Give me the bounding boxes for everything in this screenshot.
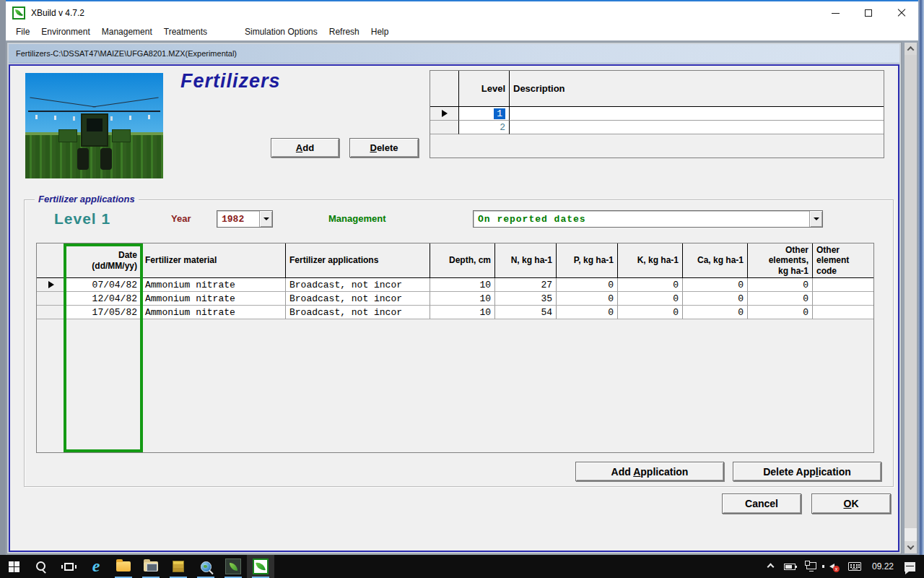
scroll-down-button[interactable] <box>905 541 917 553</box>
child-window-title: Fertilizers-C:\DSSAT47\MAIZE\UFGA8201.MZ… <box>16 49 237 58</box>
column-header-other-elements: Other elements, kg ha-1 <box>748 243 813 278</box>
row-selector-cell[interactable] <box>37 292 66 306</box>
minimize-button[interactable] <box>819 3 852 23</box>
battery-icon[interactable] <box>784 564 796 570</box>
delete-level-button[interactable]: Delete <box>349 138 419 158</box>
application-row-1[interactable]: 07/04/82 Ammonium nitrate Broadcast, not… <box>37 278 873 292</box>
ca-cell[interactable]: 0 <box>683 292 748 306</box>
other-code-cell[interactable] <box>813 306 874 319</box>
current-level-label: Level 1 <box>54 210 110 228</box>
application-cell[interactable]: Broadcast, not incor <box>286 278 430 292</box>
depth-cell[interactable]: 10 <box>430 306 495 319</box>
volume-muted-icon[interactable]: x <box>827 562 837 571</box>
n-cell[interactable]: 54 <box>495 306 557 319</box>
n-cell[interactable]: 27 <box>495 278 557 292</box>
start-button[interactable] <box>0 555 27 578</box>
add-level-button[interactable]: Add <box>271 138 339 158</box>
k-cell[interactable]: 0 <box>618 292 683 306</box>
depth-cell[interactable]: 10 <box>430 292 495 306</box>
material-cell[interactable]: Ammonium nitrate <box>141 278 286 292</box>
taskbar-file-explorer[interactable] <box>110 555 137 578</box>
menu-help[interactable]: Help <box>365 25 395 39</box>
application-cell[interactable]: Broadcast, not incor <box>286 306 430 319</box>
application-row-3[interactable]: 17/05/82 Ammonium nitrate Broadcast, not… <box>37 306 873 319</box>
network-icon[interactable] <box>806 562 816 569</box>
ok-button[interactable]: OK <box>811 493 891 514</box>
level-cell[interactable]: 2 <box>459 121 510 134</box>
close-button[interactable] <box>885 3 918 23</box>
management-select[interactable]: On reported dates <box>473 210 823 228</box>
p-cell[interactable]: 0 <box>557 306 618 319</box>
row-selector-cell[interactable] <box>37 278 66 292</box>
management-dropdown-button[interactable] <box>809 211 822 227</box>
taskbar-leaf-app[interactable] <box>219 555 247 578</box>
menu-treatments[interactable]: Treatments <box>158 25 213 39</box>
taskbar-search-button[interactable] <box>27 555 55 578</box>
p-cell[interactable]: 0 <box>557 292 618 306</box>
level-row-1[interactable]: 1 <box>430 107 884 121</box>
k-cell[interactable]: 0 <box>618 278 683 292</box>
row-selector-cell[interactable] <box>37 306 66 319</box>
column-header-n: N, kg ha-1 <box>495 243 557 278</box>
other-code-cell[interactable] <box>813 278 874 292</box>
taskbar-file-cabinet[interactable] <box>165 555 192 578</box>
other-elements-cell[interactable]: 0 <box>748 292 813 306</box>
menu-environment[interactable]: Environment <box>35 25 95 39</box>
chevron-down-icon <box>263 217 269 220</box>
material-cell[interactable]: Ammonium nitrate <box>141 306 286 319</box>
taskbar-internet-explorer[interactable] <box>82 555 110 578</box>
hidden-icons-chevron[interactable] <box>767 563 775 570</box>
description-cell[interactable] <box>510 121 884 134</box>
task-view-button[interactable] <box>55 555 82 578</box>
management-value: On reported dates <box>474 214 809 225</box>
p-cell[interactable]: 0 <box>557 278 618 292</box>
n-cell[interactable]: 35 <box>495 292 557 306</box>
level-row-2[interactable]: 2 <box>430 121 884 134</box>
ca-cell[interactable]: 0 <box>683 278 748 292</box>
menu-simulation-options[interactable]: Simulation Options <box>239 25 323 39</box>
levels-column-level: Level <box>459 71 510 107</box>
scroll-up-button[interactable] <box>905 43 917 55</box>
child-window-title-bar[interactable]: Fertilizers-C:\DSSAT47\MAIZE\UFGA8201.MZ… <box>9 44 899 64</box>
taskbar-clock[interactable]: 09.22 <box>872 561 894 571</box>
level-cell[interactable]: 1 <box>459 107 510 121</box>
column-header-ca: Ca, kg ha-1 <box>683 243 748 278</box>
other-elements-cell[interactable]: 0 <box>748 306 813 319</box>
taskbar-search-tool[interactable] <box>192 555 219 578</box>
menu-refresh[interactable]: Refresh <box>323 25 365 39</box>
scrollbar-thumb[interactable] <box>905 55 917 528</box>
depth-cell[interactable]: 10 <box>430 278 495 292</box>
add-application-button[interactable]: Add Application <box>575 462 724 481</box>
ca-cell[interactable]: 0 <box>683 306 748 319</box>
year-dropdown-button[interactable] <box>259 211 272 227</box>
taskbar-dssat-tools[interactable] <box>137 555 165 578</box>
column-header-p: P, kg ha-1 <box>557 243 618 278</box>
fertilizers-form: Fertilizers Add Delete Level Description <box>9 64 899 552</box>
description-cell[interactable] <box>510 107 884 121</box>
row-selector-cell[interactable] <box>430 121 459 134</box>
other-code-cell[interactable] <box>813 292 874 306</box>
menu-management[interactable]: Management <box>96 25 158 39</box>
vertical-scrollbar[interactable] <box>905 43 917 553</box>
selector-column-line <box>65 319 66 452</box>
action-center-icon[interactable] <box>905 562 915 571</box>
maximize-button[interactable] <box>852 3 885 23</box>
date-cell[interactable]: 12/04/82 <box>66 292 141 306</box>
application-row-2[interactable]: 12/04/82 Ammonium nitrate Broadcast, not… <box>37 292 873 306</box>
title-bar[interactable]: XBuild v 4.7.2 <box>6 3 918 23</box>
keyboard-icon[interactable] <box>848 562 861 571</box>
task-view-icon <box>64 563 74 571</box>
delete-application-button[interactable]: Delete Application <box>733 462 881 481</box>
menu-file[interactable]: File <box>10 25 35 39</box>
year-select[interactable]: 1982 <box>217 210 273 228</box>
row-selector-cell[interactable] <box>430 107 459 121</box>
date-cell[interactable]: 17/05/82 <box>66 306 141 319</box>
maximize-icon <box>865 9 872 17</box>
date-cell[interactable]: 07/04/82 <box>66 278 141 292</box>
other-elements-cell[interactable]: 0 <box>748 278 813 292</box>
k-cell[interactable]: 0 <box>618 306 683 319</box>
material-cell[interactable]: Ammonium nitrate <box>141 292 286 306</box>
taskbar-xbuild[interactable] <box>247 555 274 578</box>
application-cell[interactable]: Broadcast, not incor <box>286 292 430 306</box>
cancel-button[interactable]: Cancel <box>722 493 801 514</box>
